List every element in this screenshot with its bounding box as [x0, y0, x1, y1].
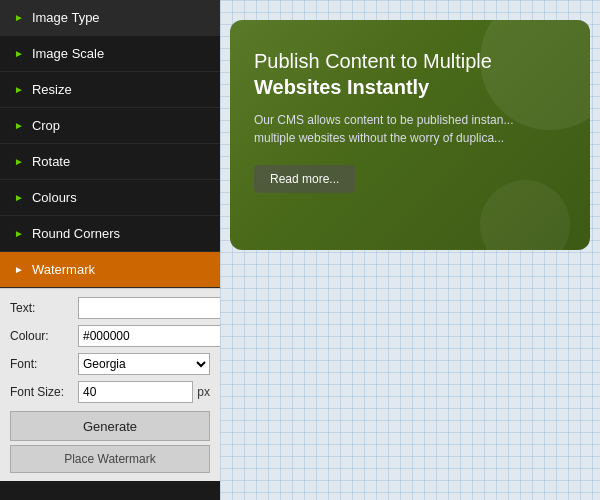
colour-label: Colour:	[10, 329, 78, 343]
sidebar-item-label: Colours	[32, 190, 77, 205]
sidebar-item-image-scale[interactable]: ► Image Scale	[0, 36, 220, 72]
font-row: Font: Georgia Arial Times New Roman Verd…	[10, 353, 210, 375]
font-select[interactable]: Georgia Arial Times New Roman Verdana Co…	[78, 353, 210, 375]
place-watermark-button[interactable]: Place Watermark	[10, 445, 210, 473]
sidebar-item-label: Rotate	[32, 154, 70, 169]
text-label: Text:	[10, 301, 78, 315]
sidebar-item-colours[interactable]: ► Colours	[0, 180, 220, 216]
arrow-icon: ►	[14, 228, 24, 239]
text-row: Text:	[10, 297, 210, 319]
generate-button[interactable]: Generate	[10, 411, 210, 441]
banner-subtitle: Websites Instantly	[254, 76, 566, 99]
arrow-icon: ►	[14, 192, 24, 203]
font-size-label: Font Size:	[10, 385, 78, 399]
arrow-icon: ►	[14, 156, 24, 167]
sidebar-item-rotate[interactable]: ► Rotate	[0, 144, 220, 180]
colour-row: Colour:	[10, 325, 210, 347]
text-input[interactable]	[78, 297, 220, 319]
sidebar-item-label: Crop	[32, 118, 60, 133]
sidebar-item-crop[interactable]: ► Crop	[0, 108, 220, 144]
arrow-icon: ►	[14, 12, 24, 23]
sidebar: ► Image Type ► Image Scale ► Resize ► Cr…	[0, 0, 220, 500]
font-size-input[interactable]	[78, 381, 193, 403]
arrow-icon: ►	[14, 120, 24, 131]
colour-input[interactable]	[78, 325, 220, 347]
sidebar-item-label: Image Scale	[32, 46, 104, 61]
sidebar-item-label: Watermark	[32, 262, 95, 277]
arrow-icon: ►	[14, 48, 24, 59]
sidebar-item-round-corners[interactable]: ► Round Corners	[0, 216, 220, 252]
banner-title: Publish Content to Multiple	[254, 48, 566, 74]
read-more-button[interactable]: Read more...	[254, 165, 355, 193]
arrow-icon: ►	[14, 84, 24, 95]
arrow-icon: ►	[14, 264, 24, 275]
sidebar-item-label: Resize	[32, 82, 72, 97]
content-area: Publish Content to Multiple Websites Ins…	[220, 0, 600, 500]
sidebar-item-resize[interactable]: ► Resize	[0, 72, 220, 108]
sidebar-item-image-type[interactable]: ► Image Type	[0, 0, 220, 36]
sidebar-item-label: Image Type	[32, 10, 100, 25]
banner-description: Our CMS allows content to be published i…	[254, 111, 534, 147]
sidebar-item-label: Round Corners	[32, 226, 120, 241]
px-label: px	[197, 385, 210, 399]
font-size-row: Font Size: px	[10, 381, 210, 403]
banner-card: Publish Content to Multiple Websites Ins…	[230, 20, 590, 250]
sidebar-item-watermark[interactable]: ► Watermark	[0, 252, 220, 288]
watermark-form: Text: Colour: Font: Georgia Arial Times …	[0, 288, 220, 481]
font-label: Font:	[10, 357, 78, 371]
